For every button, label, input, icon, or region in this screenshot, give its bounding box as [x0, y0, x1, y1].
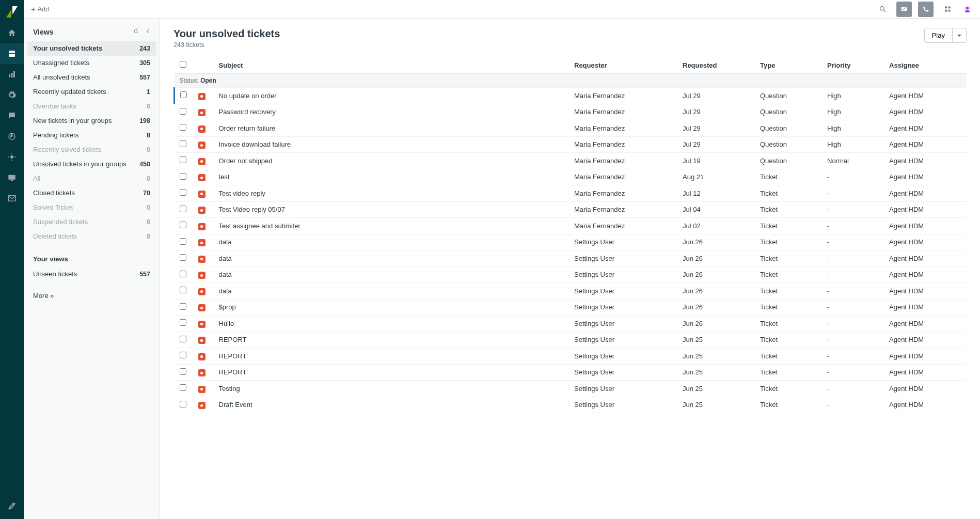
cell-assignee: Agent HDM	[884, 316, 967, 332]
tickets-table: Subject Requester Requested Type Priorit…	[173, 57, 967, 413]
sidebar-view-item[interactable]: All unsolved tickets557	[24, 70, 160, 85]
ticket-row[interactable]: Order return failureMaria FernandezJul 2…	[175, 120, 967, 137]
apps-icon[interactable]	[940, 2, 955, 17]
row-checkbox[interactable]	[180, 124, 186, 131]
search-icon[interactable]	[875, 2, 890, 17]
ticket-row[interactable]: dataSettings UserJun 26Ticket-Agent HDM	[175, 234, 967, 250]
desktop-icon[interactable]	[0, 167, 24, 188]
explore-icon[interactable]	[0, 126, 24, 147]
admin-icon[interactable]	[0, 85, 24, 105]
col-assignee[interactable]: Assignee	[884, 57, 967, 74]
cell-subject: test	[214, 169, 570, 185]
col-priority[interactable]: Priority	[822, 57, 884, 74]
svg-rect-13	[8, 175, 15, 180]
ticket-row[interactable]: REPORTSettings UserJun 25Ticket-Agent HD…	[175, 364, 967, 381]
row-checkbox[interactable]	[180, 189, 186, 196]
sidebar-view-item[interactable]: Closed tickets70	[24, 186, 160, 200]
ticket-row[interactable]: Password recoveryMaria FernandezJul 29Qu…	[175, 104, 967, 120]
cell-requested: Jul 29	[677, 120, 755, 137]
row-checkbox[interactable]	[180, 368, 186, 375]
col-requested[interactable]: Requested	[677, 57, 755, 74]
sidebar-view-item[interactable]: Recently updated tickets1	[24, 85, 160, 99]
cell-requester: Settings User	[569, 332, 677, 348]
cell-type: Ticket	[755, 364, 822, 381]
play-dropdown[interactable]	[953, 28, 967, 43]
ticket-row[interactable]: Test Video reply 05/07Maria FernandezJul…	[175, 201, 967, 218]
ticket-row[interactable]: Test assignee and submiterMaria Fernande…	[175, 218, 967, 234]
col-subject[interactable]: Subject	[214, 57, 570, 74]
ticket-row[interactable]: Draft EventSettings UserJun 25Ticket-Age…	[175, 397, 967, 413]
row-checkbox[interactable]	[180, 91, 187, 98]
sidebar-view-item[interactable]: Unassigned tickets305	[24, 56, 160, 70]
cell-requested: Jun 26	[677, 266, 755, 283]
ticket-row[interactable]: No update on orderMaria FernandezJul 29Q…	[175, 88, 967, 104]
sidebar-view-item[interactable]: Pending tickets8	[24, 128, 160, 143]
row-checkbox[interactable]	[180, 108, 186, 115]
row-checkbox[interactable]	[180, 352, 186, 358]
ticket-row[interactable]: TestingSettings UserJun 25Ticket-Agent H…	[175, 381, 967, 397]
ticket-row[interactable]: $propSettings UserJun 26Ticket-Agent HDM	[175, 299, 967, 316]
ticket-row[interactable]: REPORTSettings UserJun 25Ticket-Agent HD…	[175, 348, 967, 365]
collapse-icon[interactable]	[145, 28, 151, 36]
views-icon[interactable]	[0, 43, 24, 64]
status-open-icon	[198, 125, 206, 133]
row-checkbox[interactable]	[180, 254, 186, 261]
sidebar-view-item[interactable]: Unseen tickets557	[24, 267, 160, 281]
col-type[interactable]: Type	[755, 57, 822, 74]
row-checkbox[interactable]	[180, 206, 186, 212]
ticket-row[interactable]: testMaria FernandezAug 21Ticket-Agent HD…	[175, 169, 967, 185]
ticket-row[interactable]: Invoice download failureMaria FernandezJ…	[175, 136, 967, 153]
reporting-icon[interactable]	[0, 64, 24, 85]
row-checkbox[interactable]	[180, 287, 186, 293]
user-avatar[interactable]	[961, 4, 973, 15]
row-checkbox[interactable]	[180, 271, 186, 277]
ticket-row[interactable]: HulioSettings UserJun 26Ticket-Agent HDM	[175, 316, 967, 332]
mail-icon[interactable]	[0, 188, 24, 209]
row-checkbox[interactable]	[180, 401, 186, 407]
sidebar-view-item[interactable]: Recently solved tickets0	[24, 143, 160, 157]
row-checkbox[interactable]	[180, 173, 186, 180]
sidebar-view-item[interactable]: Unsolved tickets in your groups450	[24, 157, 160, 171]
col-requester[interactable]: Requester	[569, 57, 677, 74]
cell-priority: -	[822, 348, 884, 365]
row-checkbox[interactable]	[180, 156, 186, 163]
row-checkbox[interactable]	[180, 319, 186, 326]
sidebar-view-item[interactable]: Solved Ticket0	[24, 200, 160, 215]
cell-subject: REPORT	[214, 348, 570, 365]
cell-requested: Jun 26	[677, 283, 755, 300]
conversations-icon[interactable]	[896, 2, 912, 17]
ticket-row[interactable]: dataSettings UserJun 26Ticket-Agent HDM	[175, 266, 967, 283]
sun-icon[interactable]	[0, 147, 24, 167]
cell-assignee: Agent HDM	[884, 120, 967, 137]
select-all-checkbox[interactable]	[180, 61, 186, 68]
ticket-row[interactable]: dataSettings UserJun 26Ticket-Agent HDM	[175, 250, 967, 267]
sidebar-view-item[interactable]: Suspended tickets0	[24, 215, 160, 229]
cell-requester: Settings User	[569, 283, 677, 300]
talk-icon[interactable]	[918, 2, 934, 17]
ticket-row[interactable]: REPORTSettings UserJun 25Ticket-Agent HD…	[175, 332, 967, 348]
sidebar-view-item[interactable]: New tickets in your groups198	[24, 114, 160, 128]
more-views-link[interactable]: More »	[24, 281, 160, 310]
sidebar-view-item[interactable]: Overdue tasks0	[24, 99, 160, 114]
row-checkbox[interactable]	[180, 222, 186, 228]
zendesk-logo-icon[interactable]	[0, 498, 24, 519]
play-button[interactable]: Play	[924, 28, 953, 43]
refresh-icon[interactable]	[133, 28, 139, 36]
ticket-row[interactable]: Order not shippedMaria FernandezJul 19Qu…	[175, 153, 967, 169]
row-checkbox[interactable]	[180, 303, 186, 310]
cell-priority: -	[822, 266, 884, 283]
sidebar-view-item[interactable]: All0	[24, 171, 160, 186]
ticket-row[interactable]: Test video replyMaria FernandezJul 12Tic…	[175, 185, 967, 202]
add-button[interactable]: + Add	[31, 5, 49, 13]
chat-icon[interactable]	[0, 105, 24, 126]
status-open-icon	[198, 256, 206, 263]
sidebar-view-item[interactable]: Your unsolved tickets243	[27, 41, 156, 56]
sidebar-view-item[interactable]: Deleted tickets0	[24, 229, 160, 244]
home-icon[interactable]	[0, 23, 24, 43]
row-checkbox[interactable]	[180, 384, 186, 391]
ticket-row[interactable]: dataSettings UserJun 26Ticket-Agent HDM	[175, 283, 967, 300]
row-checkbox[interactable]	[180, 238, 186, 245]
row-checkbox[interactable]	[180, 336, 186, 342]
row-checkbox[interactable]	[180, 140, 186, 147]
cell-assignee: Agent HDM	[884, 332, 967, 348]
